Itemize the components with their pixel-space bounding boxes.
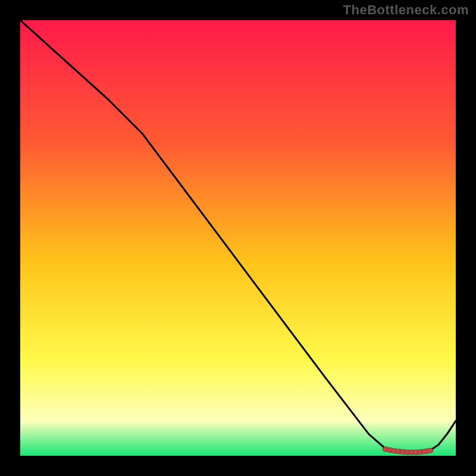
watermark-text: TheBottleneck.com [343, 2, 469, 18]
plot-area [20, 20, 456, 456]
chart-svg [20, 20, 456, 456]
gradient-background [20, 20, 456, 456]
marker-point [426, 448, 433, 453]
chart-frame: TheBottleneck.com [0, 0, 476, 476]
